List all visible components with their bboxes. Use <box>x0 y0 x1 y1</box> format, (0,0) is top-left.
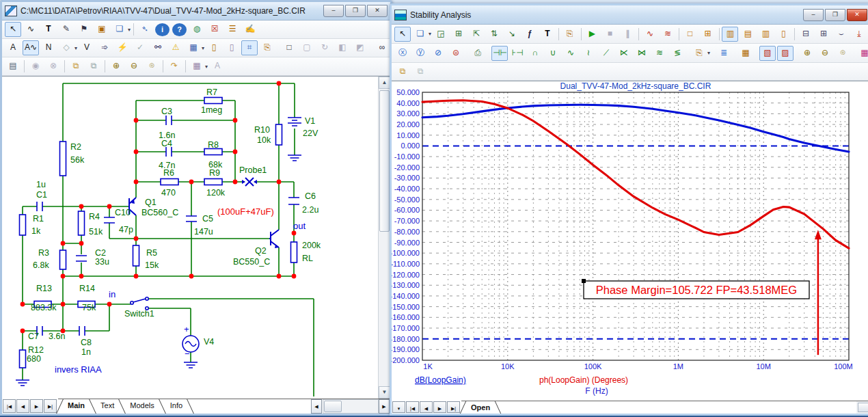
restore-button[interactable]: ❐ <box>825 9 845 21</box>
properties-icon[interactable]: ⎘ <box>259 40 275 55</box>
go-valley-icon[interactable]: ∪ <box>545 46 561 61</box>
close-button[interactable]: ✕ <box>367 5 388 17</box>
grid-icon[interactable]: ▦ <box>185 40 202 55</box>
zoom-in-icon[interactable]: ⊕ <box>799 46 815 61</box>
copy-front-icon[interactable]: ⧉ <box>394 64 411 79</box>
node-snap-icon-dropdown[interactable]: ▾ <box>74 45 77 51</box>
select-tool[interactable]: ↖ <box>394 27 411 42</box>
vertical-scrollbar[interactable]: ▲ ▼ <box>378 77 390 399</box>
shape-tool[interactable]: ❏ <box>111 22 128 37</box>
find-component-icon[interactable]: ∞ <box>374 40 390 55</box>
power-icon[interactable]: ⚡ <box>114 40 131 55</box>
tokens-icon[interactable]: ≋ <box>660 27 676 42</box>
legend-db-loopgain[interactable]: dB(LoopGain) <box>415 375 466 385</box>
nav-prev[interactable]: ◀ <box>420 401 433 413</box>
current-arrow-icon[interactable]: ➾ <box>96 40 113 55</box>
color-grid-icon[interactable]: ▦ <box>189 59 205 74</box>
go-global-icon[interactable]: ≶ <box>669 46 686 61</box>
minimize-button[interactable]: – <box>803 9 824 21</box>
fx-axis-icon[interactable]: ⊘ <box>430 46 446 61</box>
nav-first[interactable]: |◀ <box>3 399 16 413</box>
go-x-icon[interactable]: ⋉ <box>616 46 632 61</box>
cursor-vertical-icon[interactable]: ⊦⊣ <box>509 46 526 61</box>
tab-open[interactable]: Open <box>465 401 496 414</box>
clipboard-icon-dropdown[interactable]: ▾ <box>707 50 710 56</box>
title-block-icon[interactable]: ▯ <box>223 40 240 55</box>
crosshair-icon[interactable]: ⌗ <box>241 40 258 55</box>
rows-icon[interactable]: ☰ <box>224 22 241 37</box>
tab-info[interactable]: Info <box>164 399 189 414</box>
updown-tag-icon[interactable]: ⇅ <box>486 27 502 42</box>
plot-area[interactable]: 50.00040.00030.00020.00010.0000.000-10.0… <box>392 81 868 401</box>
line-mode[interactable]: ✎ <box>58 22 74 37</box>
nav-next[interactable]: ▶ <box>30 399 43 413</box>
close-button[interactable]: ✕ <box>847 9 867 21</box>
tab-models[interactable]: Models <box>124 399 160 414</box>
perf-tag-icon[interactable]: ↘ <box>504 27 520 42</box>
plus-mark-icon[interactable]: ⊞ <box>700 27 716 42</box>
node-voltages-icon[interactable]: V <box>79 40 95 55</box>
zoom-out-icon[interactable]: ⊖ <box>817 46 833 61</box>
shape-tool-dropdown[interactable]: ▾ <box>128 27 131 33</box>
go-high-icon[interactable]: ∿ <box>562 46 579 61</box>
nav-next[interactable]: ▶ <box>433 401 446 413</box>
ruler-icon[interactable]: □ <box>682 27 699 42</box>
horizontal-grid-icon[interactable]: ▤ <box>740 27 756 42</box>
grid-icon-dropdown[interactable]: ▾ <box>202 45 204 51</box>
shape-tool[interactable]: ❏ <box>412 27 429 42</box>
schematic-canvas[interactable]: R256kR71megC31.6nC44.7nR868kR6470R9120kR… <box>2 77 378 399</box>
properties-icon[interactable]: ⎘ <box>562 27 578 42</box>
flip-page-icon[interactable]: ↷ <box>166 59 182 74</box>
log-slope-icon[interactable]: ⌣ <box>833 27 850 42</box>
curve-phase[interactable] <box>422 100 849 248</box>
go-slope-icon[interactable]: ⟋ <box>598 46 614 61</box>
cursor-drop-icon[interactable]: ⤓ <box>851 27 867 42</box>
go-low-icon[interactable]: ≀ <box>580 46 597 61</box>
numeric-output-icon[interactable]: ≣ <box>716 46 732 61</box>
analysis-titlebar[interactable]: Stability Analysis – ❐ ✕ <box>392 5 868 25</box>
go-y-icon[interactable]: ⋈ <box>634 46 650 61</box>
send-back-icon[interactable]: ⧉ <box>85 59 102 74</box>
nav-last[interactable]: ▶| <box>447 401 460 413</box>
hscroll-thumb[interactable] <box>324 401 342 412</box>
formula-icon[interactable]: ƒ <box>521 27 538 42</box>
node-numbers-icon[interactable]: N <box>40 40 57 55</box>
select-region-icon[interactable]: □ <box>281 40 297 55</box>
color-grid-icon-dropdown[interactable]: ▾ <box>205 64 208 70</box>
scale-mode-icon[interactable]: ⊞ <box>450 27 467 42</box>
pin-connections-icon[interactable]: ⚯ <box>150 40 166 55</box>
notebook-icon[interactable]: ▤ <box>5 59 21 74</box>
scroll-track[interactable] <box>379 89 390 386</box>
run-button[interactable]: ▶ <box>584 27 600 42</box>
copy-back-icon[interactable]: ⧉ <box>412 64 429 79</box>
feather-tool[interactable]: ➴ <box>137 22 153 37</box>
text-mode[interactable]: T <box>539 27 556 42</box>
info-icon[interactable]: i <box>155 23 169 36</box>
scroll-down-arrow[interactable]: ▼ <box>379 386 390 399</box>
attribute-text-icon[interactable]: A <box>5 40 21 55</box>
scroll-left-arrow[interactable]: ◀ <box>311 399 322 414</box>
go-branch-icon[interactable]: ≋ <box>651 46 668 61</box>
border-page-icon[interactable]: ▯ <box>206 40 222 55</box>
web-icon[interactable]: ◍ <box>189 22 205 37</box>
zoom-out-icon[interactable]: ⊖ <box>126 59 142 74</box>
phase-margin-box-handle[interactable] <box>582 279 586 283</box>
shape-tool-dropdown[interactable]: ▾ <box>429 31 431 37</box>
flag-mode[interactable]: ⚑ <box>76 22 92 37</box>
track-left-icon[interactable]: ▧ <box>759 46 776 61</box>
single-plot-icon[interactable]: ⊟ <box>798 27 814 42</box>
zoom-100-icon[interactable]: ⌾ <box>835 46 851 61</box>
minor-log-grid-icon[interactable]: ▥ <box>757 27 774 42</box>
scroll-up-arrow[interactable]: ▲ <box>379 77 390 89</box>
bring-front-icon[interactable]: ⧉ <box>68 59 84 74</box>
minimize-button[interactable]: – <box>323 5 344 17</box>
edit-analysis-icon[interactable]: ⎙ <box>470 46 486 61</box>
curve-gain[interactable] <box>422 105 849 152</box>
restore-button[interactable]: ❐ <box>345 5 366 17</box>
wire-mode[interactable]: ∿ <box>23 22 39 37</box>
legend-icon[interactable]: ⊜ <box>448 46 464 61</box>
track-right-icon[interactable]: ▨ <box>777 46 794 61</box>
nav-last[interactable]: ▶| <box>44 399 57 413</box>
vertical-grid-icon[interactable]: ▥ <box>722 27 738 42</box>
schematic-titlebar[interactable]: C:\MC11\DATA\Petrov\RIAA\TVV-47\Dual_TVV… <box>2 2 390 21</box>
